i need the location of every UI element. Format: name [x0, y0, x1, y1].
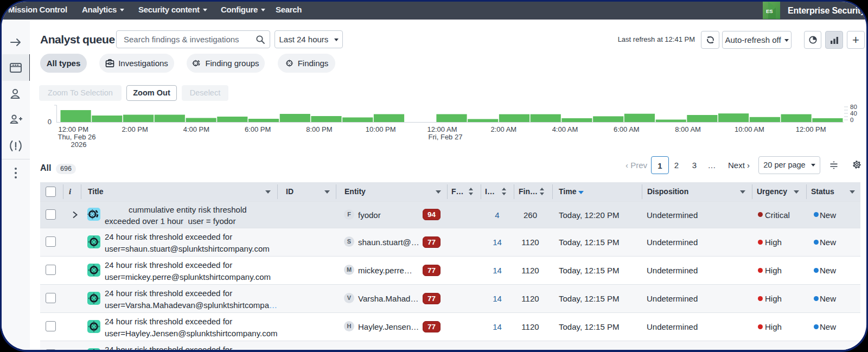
svg-text:Fri, Feb 27: Fri, Feb 27	[429, 133, 463, 141]
svg-text:6:00 PM: 6:00 PM	[245, 125, 271, 133]
svg-text:6:00 AM: 6:00 AM	[614, 125, 640, 133]
svg-text:2:00 PM: 2:00 PM	[122, 125, 148, 133]
svg-text:0: 0	[850, 117, 853, 123]
svg-text:40: 40	[850, 110, 857, 117]
svg-text:0: 0	[48, 118, 52, 126]
svg-text:8:00 AM: 8:00 AM	[675, 125, 701, 133]
svg-text:4:00 AM: 4:00 AM	[552, 125, 578, 133]
svg-text:ES: ES	[766, 8, 773, 14]
svg-text:8:00 PM: 8:00 PM	[306, 125, 332, 133]
svg-text:Thu, Feb 26: Thu, Feb 26	[58, 133, 95, 141]
svg-text:12:00 AM: 12:00 AM	[427, 125, 457, 133]
svg-text:12:00 PM: 12:00 PM	[796, 125, 826, 133]
svg-text:4:00 PM: 4:00 PM	[183, 125, 209, 133]
svg-text:2:00 AM: 2:00 AM	[490, 125, 516, 133]
svg-text:10:00 PM: 10:00 PM	[366, 125, 396, 133]
svg-text:80: 80	[850, 104, 857, 110]
svg-text:2026: 2026	[71, 140, 87, 149]
svg-text:12:00 PM: 12:00 PM	[58, 125, 88, 133]
svg-text:10:00 AM: 10:00 AM	[735, 125, 764, 133]
